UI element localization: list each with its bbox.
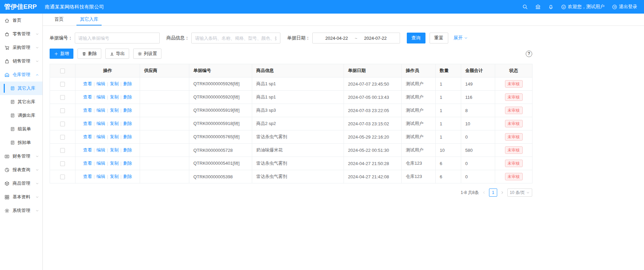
action-delete-link[interactable]: 删除 (123, 121, 132, 126)
doc-icon (10, 113, 15, 118)
action-copy-link[interactable]: 复制 (110, 147, 119, 152)
action-view-link[interactable]: 查看 (83, 94, 92, 100)
action-copy-link[interactable]: 复制 (110, 94, 119, 100)
cell-amount: 149 (461, 77, 495, 91)
sidebar-subitem-4[interactable]: 拆卸单 (0, 136, 42, 149)
sidebar-item-retail[interactable]: 零售管理 (0, 27, 42, 41)
next-page-button[interactable] (500, 191, 504, 195)
row-checkbox[interactable] (60, 95, 65, 100)
tab-1[interactable]: 其它入库 (76, 14, 102, 25)
action-delete-link[interactable]: 删除 (123, 108, 132, 113)
action-delete-link[interactable]: 删除 (123, 94, 132, 100)
action-copy-link[interactable]: 复制 (110, 81, 119, 86)
action-delete-link[interactable]: 删除 (123, 161, 132, 166)
sidebar-subitem-0[interactable]: 其它入库 (0, 82, 42, 95)
row-checkbox[interactable] (60, 148, 65, 153)
sidebar-item-sales[interactable]: 销售管理 (0, 54, 42, 68)
page-body: 首页零售管理采购管理销售管理仓库管理其它入库其它出库调拨出库组装单拆卸单财务管理… (0, 14, 644, 270)
chevron-down-icon (35, 59, 39, 63)
action-edit-link[interactable]: 编辑 (97, 161, 105, 166)
doc-no-input[interactable] (75, 33, 160, 43)
action-delete-link[interactable]: 删除 (123, 147, 132, 152)
action-view-link[interactable]: 查看 (83, 174, 92, 179)
search-button[interactable]: 查询 (407, 33, 425, 43)
action-edit-link[interactable]: 编辑 (97, 81, 105, 86)
row-checkbox[interactable] (60, 175, 65, 179)
action-separator: | (93, 174, 94, 179)
system-icon (4, 208, 10, 213)
row-checkbox[interactable] (60, 122, 65, 126)
action-view-link[interactable]: 查看 (83, 81, 92, 86)
action-edit-link[interactable]: 编辑 (97, 134, 105, 139)
date-range-picker[interactable]: 2024-04-22 ~ 2024-07-22 (312, 33, 400, 43)
sidebar-item-finance[interactable]: 财务管理 (0, 149, 42, 163)
row-select-cell (50, 157, 75, 170)
product-info-input[interactable] (191, 33, 280, 43)
welcome-user[interactable]: 欢迎您，测试用户 (561, 4, 605, 10)
bell-icon[interactable] (548, 4, 554, 10)
action-delete-link[interactable]: 删除 (123, 174, 132, 179)
action-view-link[interactable]: 查看 (83, 161, 92, 166)
sidebar-subitem-2[interactable]: 调拨出库 (0, 109, 42, 122)
sidebar-item-purchase[interactable]: 采购管理 (0, 41, 42, 54)
reset-button[interactable]: 重置 (430, 33, 448, 43)
action-edit-link[interactable]: 编辑 (97, 108, 105, 113)
table-row: 查看|编辑|复制|删除QTRK00000005926[转]商品1 sp12024… (50, 77, 533, 91)
export-button[interactable]: 导出 (105, 49, 129, 59)
row-checkbox[interactable] (60, 161, 65, 166)
row-checkbox[interactable] (60, 108, 65, 113)
bank-icon[interactable] (535, 4, 541, 10)
action-copy-link[interactable]: 复制 (110, 174, 119, 179)
cell-supplier (140, 91, 189, 104)
logout-button[interactable]: 退出登录 (612, 4, 637, 10)
action-copy-link[interactable]: 复制 (110, 121, 119, 126)
row-checkbox[interactable] (60, 135, 65, 140)
table-header-row: 操作供应商单据编号商品信息单据日期操作员数量金额合计状态 (50, 64, 533, 77)
page-size-select[interactable]: 10 条/页 (507, 188, 532, 197)
cell-supplier (140, 77, 189, 91)
sidebar-subitem-1[interactable]: 其它出库 (0, 95, 42, 109)
action-edit-link[interactable]: 编辑 (97, 147, 105, 152)
sidebar-item-home[interactable]: 首页 (0, 14, 42, 27)
action-view-link[interactable]: 查看 (83, 147, 92, 152)
date-end[interactable]: 2024-07-22 (364, 36, 387, 41)
action-delete-link[interactable]: 删除 (123, 134, 132, 139)
tab-0[interactable]: 首页 (51, 14, 67, 25)
prev-page-button[interactable] (482, 191, 486, 195)
action-copy-link[interactable]: 复制 (110, 108, 119, 113)
action-edit-link[interactable]: 编辑 (97, 121, 105, 126)
sidebar-item-basic[interactable]: 基本资料 (0, 190, 42, 204)
expand-link[interactable]: 展开 (454, 35, 468, 41)
status-badge: 未审核 (505, 173, 523, 180)
action-view-link[interactable]: 查看 (83, 108, 92, 113)
action-view-link[interactable]: 查看 (83, 121, 92, 126)
action-delete-link[interactable]: 删除 (123, 81, 132, 86)
purchase-icon (4, 45, 10, 50)
search-icon[interactable] (522, 4, 528, 10)
date-separator: ~ (355, 36, 358, 41)
add-button[interactable]: 新增 (50, 49, 73, 59)
help-icon[interactable]: ? (526, 51, 532, 57)
column-settings-button[interactable]: 列设置 (133, 49, 161, 59)
doc-icon (10, 140, 15, 145)
sidebar-item-label: 销售管理 (13, 58, 30, 64)
sidebar-item-product[interactable]: 商品管理 (0, 177, 42, 190)
action-edit-link[interactable]: 编辑 (97, 94, 105, 100)
status-badge: 未审核 (505, 107, 523, 114)
current-page-button[interactable]: 1 (489, 188, 497, 197)
cell-status: 未审核 (495, 157, 533, 170)
select-all-checkbox[interactable] (60, 69, 65, 73)
action-copy-link[interactable]: 复制 (110, 161, 119, 166)
chevron-up-icon (35, 73, 39, 77)
row-checkbox[interactable] (60, 82, 65, 87)
sidebar-item-report[interactable]: 报表查询 (0, 163, 42, 177)
cell-doc-no: QTRK00000005765[转] (189, 130, 252, 144)
delete-button[interactable]: 删除 (77, 49, 101, 59)
sidebar-item-system[interactable]: 系统管理 (0, 204, 42, 217)
sidebar-subitem-3[interactable]: 组装单 (0, 122, 42, 136)
action-view-link[interactable]: 查看 (83, 134, 92, 139)
action-copy-link[interactable]: 复制 (110, 134, 119, 139)
action-edit-link[interactable]: 编辑 (97, 174, 105, 179)
date-start[interactable]: 2024-04-22 (325, 36, 348, 41)
sidebar-item-warehouse[interactable]: 仓库管理 (0, 68, 42, 82)
